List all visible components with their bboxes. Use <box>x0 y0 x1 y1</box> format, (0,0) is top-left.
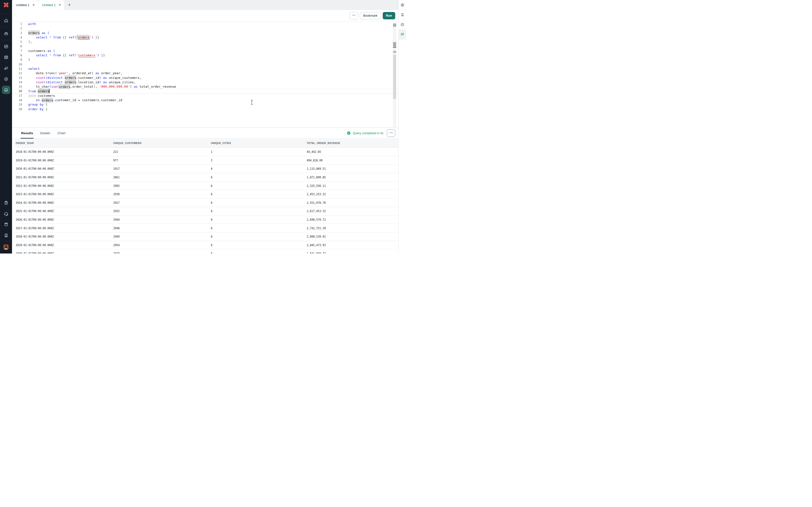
sidebar-item-support[interactable] <box>0 209 12 219</box>
bookmark-button[interactable]: Bookmark <box>360 12 381 19</box>
sidebar-item-explore[interactable] <box>0 74 12 84</box>
code-line-20[interactable]: 20order by 1 <box>12 107 398 111</box>
table-cell[interactable]: 6 <box>210 184 305 188</box>
code-line-4[interactable]: 4 select * from {{ ref('orders') }} <box>12 35 398 40</box>
code-line-9[interactable]: 9) <box>12 58 398 62</box>
table-cell[interactable]: 2954 <box>112 243 210 247</box>
column-header-order_year[interactable]: ORDER_YEAR <box>14 142 112 145</box>
table-cell[interactable]: 2879 <box>112 251 210 253</box>
table-cell[interactable]: 6 <box>210 226 305 230</box>
table-cell[interactable]: 6 <box>210 209 305 213</box>
right-rail-item-history[interactable] <box>399 19 406 30</box>
table-cell[interactable]: 2902 <box>112 184 210 188</box>
table-cell[interactable]: 6 <box>210 243 305 247</box>
table-cell[interactable]: 2023-01-01T00:00:00.000Z <box>14 192 112 196</box>
table-cell[interactable]: 2946 <box>112 226 210 230</box>
table-cell[interactable]: 2,453,253.32 <box>305 192 398 196</box>
sidebar-item-apps[interactable] <box>0 41 12 52</box>
table-cell[interactable]: 2932 <box>112 209 210 213</box>
table-cell[interactable]: 1 <box>210 150 305 154</box>
table-cell[interactable]: 2,617,453.32 <box>305 209 398 213</box>
code-line-12[interactable]: 12 date_trunc('year', ordered_at) as ord… <box>12 71 398 75</box>
table-cell[interactable]: 1,841,049.32 <box>305 251 398 253</box>
column-header-total_order_revenue[interactable]: TOTAL_ORDER_REVENUE <box>305 142 398 145</box>
code-line-17[interactable]: 17join customers <box>12 94 398 98</box>
close-tab-icon[interactable]: ✕ <box>58 3 61 7</box>
code-line-16[interactable]: 16from orders <box>12 89 398 93</box>
sidebar-item-projects[interactable] <box>0 28 12 39</box>
column-header-unique_cities[interactable]: UNIQUE_CITIES <box>210 142 305 145</box>
results-tab-details[interactable]: Details <box>40 128 50 138</box>
run-button[interactable]: Run <box>383 12 395 19</box>
code-line-8[interactable]: 8 select * from {{ ref('customers') }} <box>12 53 398 58</box>
code-line-10[interactable]: 10 <box>12 62 398 67</box>
code-line-18[interactable]: 18 on orders.customer_id = customers.cus… <box>12 98 398 102</box>
more-options-button[interactable] <box>350 12 358 19</box>
table-cell[interactable]: 2029-01-01T00:00:00.000Z <box>14 243 112 247</box>
code-line-11[interactable]: 11select <box>12 67 398 71</box>
code-line-1[interactable]: 1with <box>12 22 398 26</box>
table-cell[interactable]: 4 <box>210 167 305 170</box>
sidebar-item-docs[interactable] <box>0 219 12 230</box>
table-cell[interactable]: 6 <box>210 192 305 196</box>
table-cell[interactable]: 494,818.00 <box>305 159 398 162</box>
table-cell[interactable]: 2,551,076.70 <box>305 201 398 205</box>
right-rail-item-explore[interactable] <box>399 0 406 10</box>
table-cell[interactable]: 2 <box>210 159 305 162</box>
sidebar-item-editor[interactable] <box>0 84 12 95</box>
column-header-unique_customers[interactable]: UNIQUE_CUSTOMERS <box>112 142 210 145</box>
code-line-5[interactable]: 5), <box>12 40 398 44</box>
table-cell[interactable]: 2661 <box>112 175 210 179</box>
table-cell[interactable]: 2028-01-01T00:00:00.000Z <box>14 235 112 238</box>
table-cell[interactable]: 2,808,539.01 <box>305 235 398 238</box>
table-cell[interactable]: 2018-01-01T00:00:00.000Z <box>14 150 112 154</box>
table-cell[interactable]: 6 <box>210 175 305 179</box>
sidebar-item-home[interactable] <box>0 15 12 26</box>
table-cell[interactable]: 2025-01-01T00:00:00.000Z <box>14 209 112 213</box>
table-cell[interactable]: 2019-01-01T00:00:00.000Z <box>14 159 112 162</box>
sidebar-item-windows[interactable] <box>0 63 12 74</box>
document-tab-1[interactable]: Untitled 1✕ <box>12 0 38 10</box>
table-cell[interactable]: 2,742,751.39 <box>305 226 398 230</box>
table-cell[interactable]: 6 <box>210 218 305 221</box>
table-cell[interactable]: 2927 <box>112 201 210 205</box>
table-cell[interactable]: 2026-01-01T00:00:00.000Z <box>14 218 112 221</box>
table-cell[interactable]: 2030-01-01T00:00:00.000Z <box>14 251 112 253</box>
code-line-14[interactable]: 14 count(distinct orders.location_id) as… <box>12 80 398 84</box>
code-line-7[interactable]: 7customers as ( <box>12 49 398 53</box>
code-line-15[interactable]: 15 to_char(sum(orders.order_total), '999… <box>12 84 398 89</box>
hex-logo[interactable] <box>0 0 12 10</box>
editor-scrollbar[interactable] <box>393 22 396 127</box>
table-cell[interactable]: 1,871,800.85 <box>305 175 398 179</box>
sidebar-item-organization[interactable] <box>0 230 12 241</box>
table-cell[interactable]: 2027-01-01T00:00:00.000Z <box>14 226 112 230</box>
table-cell[interactable]: 2,845,473.93 <box>305 243 398 247</box>
code-line-2[interactable]: 2 <box>12 26 398 31</box>
results-tab-results[interactable]: Results <box>21 128 33 138</box>
code-line-6[interactable]: 6 <box>12 44 398 49</box>
table-cell[interactable]: 2949 <box>112 235 210 238</box>
sidebar-item-code[interactable] <box>0 52 12 63</box>
scrollbar-thumb[interactable] <box>393 55 396 99</box>
table-cell[interactable]: 6 <box>210 251 305 253</box>
table-cell[interactable]: 2022-01-01T00:00:00.000Z <box>14 184 112 188</box>
table-cell[interactable]: 2,325,556.11 <box>305 184 398 188</box>
table-cell[interactable]: 1917 <box>112 167 210 170</box>
user-avatar[interactable] <box>3 244 9 249</box>
table-cell[interactable]: 44,442.65 <box>305 150 398 154</box>
sidebar-item-changelog[interactable] <box>0 198 12 208</box>
right-rail-item-magic-chat[interactable] <box>399 30 406 39</box>
sql-editor[interactable]: 1with23orders as (4 select * from {{ ref… <box>12 21 398 127</box>
new-tab-button[interactable]: + <box>64 0 74 10</box>
results-tab-chart[interactable]: Chart <box>57 128 65 138</box>
results-more-button[interactable] <box>387 129 395 137</box>
code-line-3[interactable]: 3orders as ( <box>12 31 398 35</box>
table-cell[interactable]: 977 <box>112 159 210 162</box>
right-rail-item-bookmarks[interactable] <box>399 10 406 19</box>
table-cell[interactable]: 6 <box>210 201 305 205</box>
table-cell[interactable]: 2021-01-01T00:00:00.000Z <box>14 175 112 179</box>
table-cell[interactable]: 2944 <box>112 218 210 221</box>
document-tab-2[interactable]: Untitled 1✕ <box>38 0 64 10</box>
table-cell[interactable]: 2024-01-01T00:00:00.000Z <box>14 201 112 205</box>
table-cell[interactable]: 2020-01-01T00:00:00.000Z <box>14 167 112 170</box>
